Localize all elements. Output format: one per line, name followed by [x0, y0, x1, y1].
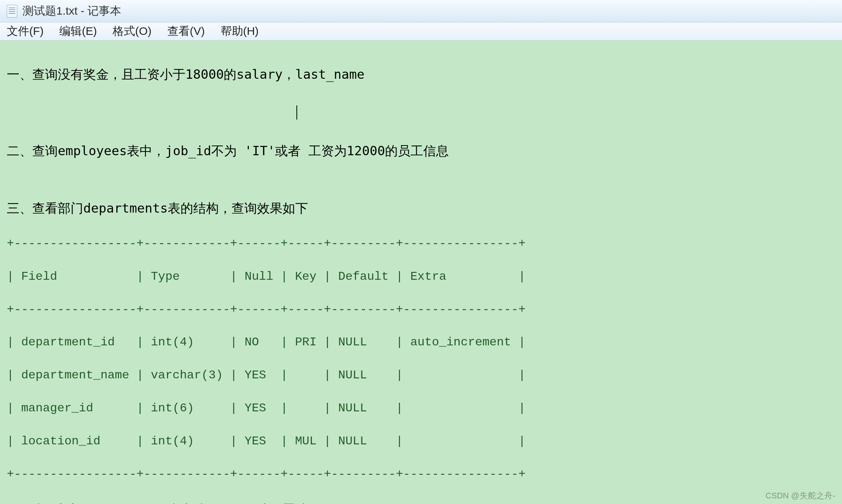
menu-format[interactable]: 格式(O): [113, 24, 151, 39]
menu-edit[interactable]: 编辑(E): [59, 24, 97, 39]
menu-bar: 文件(F) 编辑(E) 格式(O) 查看(V) 帮助(H): [0, 22, 842, 40]
watermark: CSDN @失舵之舟-: [765, 489, 835, 502]
content-line: 三、查看部门departments表的结构，查询效果如下: [7, 199, 835, 218]
ascii-table-row: | manager_id | int(6) | YES | | NULL | |: [7, 402, 835, 416]
menu-help[interactable]: 帮助(H): [221, 24, 259, 39]
ascii-table-row: | department_name | varchar(3) | YES | |…: [7, 369, 835, 382]
document-icon: [7, 5, 17, 18]
ascii-table-row: | location_id | int(4) | YES | MUL | NUL…: [7, 435, 835, 448]
text-editor-area[interactable]: 一、查询没有奖金，且工资小于18000的salary，last_name 二、查…: [0, 40, 842, 504]
menu-file[interactable]: 文件(F): [7, 24, 44, 39]
window-title: 测试题1.txt - 记事本: [23, 3, 121, 19]
ascii-table-border: +-----------------+------------+------+-…: [7, 237, 835, 251]
ascii-table-border: +-----------------+------------+------+-…: [7, 468, 835, 482]
content-line: 一、查询没有奖金，且工资小于18000的salary，last_name: [7, 65, 835, 84]
content-line: 四、查询部门departments表中涉及到了哪些位置编号: [7, 500, 835, 504]
ascii-table-border: +-----------------+------------+------+-…: [7, 303, 835, 317]
menu-view[interactable]: 查看(V): [167, 24, 205, 39]
text-cursor-icon: [296, 105, 297, 120]
content-line: 二、查询employees表中，job_id不为 'IT'或者 工资为12000…: [7, 141, 835, 160]
ascii-table-header: | Field | Type | Null | Key | Default | …: [7, 270, 835, 284]
title-bar: 测试题1.txt - 记事本: [0, 0, 842, 22]
ascii-table-row: | department_id | int(4) | NO | PRI | NU…: [7, 336, 835, 350]
